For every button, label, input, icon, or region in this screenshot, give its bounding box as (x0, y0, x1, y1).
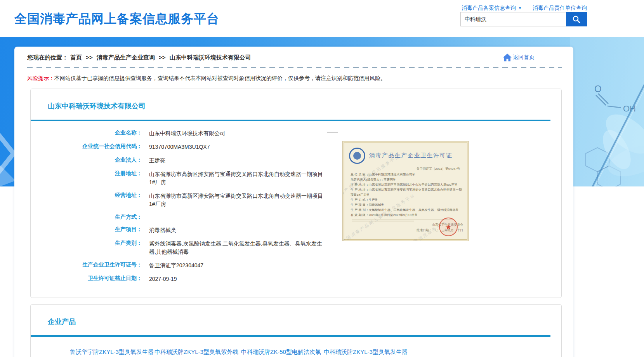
field-label: 生产项目： (31, 226, 142, 234)
field-label: 生产类别： (31, 240, 142, 256)
nav-responsible-unit-query[interactable]: 消毒产品责任单位查询 (533, 5, 587, 12)
search-button[interactable] (566, 12, 587, 26)
company-fields: 企业名称：山东中科瑞沃环境技术有限公司 企业统一社会信用代码：91370700M… (31, 121, 561, 298)
top-nav: 消毒产品备案信息查询 ▼ 消毒产品责任单位查询 (462, 5, 587, 12)
risk-notice-text: 本网站仅基于已掌握的信息提供查询服务，查询结果不代表本网站对被查询对象信用状况的… (54, 75, 386, 81)
back-home-label: 返回首页 (513, 54, 535, 61)
product-item: 中科瑞沃牌ZK-50型电解法次氯酸钠发生器 (239, 348, 323, 357)
field-value: 山东省潍坊市高新区潍安路与宝通街交叉路口东北角自动变速器一期项目1#厂房 (149, 170, 328, 186)
breadcrumb-row: 您现在的位置：首页 >> 消毒产品生产企业查询 >> 山东中科瑞沃环境技术有限公… (14, 47, 573, 61)
search-icon (572, 15, 581, 24)
field-row: 生产方式： (31, 211, 561, 223)
field-label: 生产方式： (31, 214, 142, 221)
certificate-line: 生 产 地 址：山东省潍坊市高新区潍安路与宝通街交叉路口东北角自动变速器一期项目… (351, 187, 464, 197)
field-value: 紫外线消毒器,次氯酸钠发生器,二氧化氯发生器,臭氧发生器、臭氧水发生器,其他器械… (149, 240, 328, 256)
products-card: 企业产品 鲁沃华宇牌ZKYL-3型臭氧发生器 中科瑞沃牌ZKYL-3型臭氧紫外线… (30, 304, 562, 357)
product-item: 中科瑞沃牌ZKYL-3型臭氧发生器 (323, 348, 408, 357)
field-row: 生产类别：紫外线消毒器,次氯酸钠发生器,二氧化氯发生器,臭氧发生器、臭氧水发生器… (31, 237, 561, 259)
field-value: 山东中科瑞沃环境技术有限公司 (149, 129, 225, 138)
search-bar (460, 12, 587, 26)
field-value: 2027-09-19 (149, 275, 177, 283)
field-value: 消毒器械类 (149, 226, 176, 234)
product-link[interactable]: 鲁沃华宇牌ZKYL-3型臭氧发生器 (69, 348, 154, 356)
home-icon (503, 54, 512, 61)
product-link[interactable]: 中科瑞沃牌ZKYL-3型臭氧紫外线消毒器 (154, 348, 239, 357)
certificate-line: 注 册 地 址：山东省潍坊高新区玉清东街以北中心次干道以西高新大厦902室※ (351, 182, 464, 187)
company-card-title: 山东中科瑞沃环境技术有限公司 (31, 89, 561, 111)
field-label: 生产企业卫生许可证号： (31, 261, 142, 270)
field-value: 鲁卫消证字202304047 (149, 261, 203, 270)
banner-left-decoration (0, 37, 16, 186)
certificate-body: 单 位 名 称：山东中科瑞沃环境技术有限公司※ 法定代表人(或负责人)：王建亮※… (343, 172, 469, 218)
risk-notice: 风险提示：本网站仅基于已掌握的信息提供查询服务，查询结果不代表本网站对被查询对象… (27, 75, 561, 82)
field-row: 企业名称：山东中科瑞沃环境技术有限公司 (31, 127, 561, 140)
nav-record-info-query[interactable]: 消毒产品备案信息查询 ▼ (462, 5, 522, 12)
field-row: 生产项目：消毒器械类 (31, 223, 561, 237)
nav-record-info-query-label: 消毒产品备案信息查询 (462, 5, 516, 12)
site-title: 全国消毒产品网上备案信息服务平台 (14, 10, 219, 28)
svg-text:O: O (594, 84, 602, 94)
product-link[interactable]: 中科瑞沃牌ZKYL-3型臭氧发生器 (323, 348, 408, 356)
national-emblem-icon (349, 148, 365, 164)
field-label: 企业法人： (31, 157, 142, 165)
field-row: 注册地址：山东省潍坊市高新区潍安路与宝通街交叉路口东北角自动变速器一期项目1#厂… (31, 167, 561, 189)
certificate-line: 生 产 类 别：次氯酸钠发生器、二氧化氯发生器、臭氧发生器、紫外线消毒器※ (351, 207, 464, 212)
product-item: 中科瑞沃牌ZKYL-3型臭氧紫外线消毒器 (154, 348, 239, 357)
field-value: 山东省潍坊市高新区潍安路与宝通街交叉路口东北角自动变速器一期项目1#厂房 (149, 192, 328, 208)
chemistry-graphic: O OH (570, 37, 644, 186)
product-list: 鲁沃华宇牌ZKYL-3型臭氧发生器 中科瑞沃牌ZKYL-3型臭氧紫外线消毒器 中… (31, 337, 434, 357)
certificate-number: 鲁卫消证字（2023）第04047号 (343, 167, 460, 171)
breadcrumb-prefix: 您现在的位置： (27, 54, 68, 61)
field-label: 卫生许可证截止日期： (31, 275, 142, 283)
chevron-down-icon: ▼ (518, 6, 522, 10)
field-row: 企业统一社会信用代码：91370700MA3M3U1QX7 (31, 140, 561, 154)
field-value: 王建亮 (149, 157, 165, 165)
breadcrumb: 您现在的位置：首页 >> 消毒产品生产企业查询 >> 山东中科瑞沃环境技术有限公… (27, 54, 253, 61)
products-card-title: 企业产品 (31, 305, 561, 326)
field-value: 91370700MA3M3U1QX7 (149, 143, 210, 151)
search-input[interactable] (460, 12, 566, 26)
certificate-fineprint (352, 219, 453, 219)
field-label: 企业名称： (31, 129, 142, 138)
field-row: 卫生许可证截止日期：2027-09-19 (31, 272, 561, 286)
back-home-link[interactable]: 返回首页 (503, 54, 535, 61)
seal-star-icon: ★ (444, 222, 452, 232)
breadcrumb-separator: >> (159, 54, 166, 61)
certificate-line: 生 产 项 目：消毒器械※ (351, 202, 464, 207)
field-label: 经营地址： (31, 192, 142, 208)
scan-artifact-dash (327, 132, 338, 132)
risk-notice-label: 风险提示： (27, 75, 54, 81)
field-row: 企业法人：王建亮 (31, 154, 561, 167)
field-label: 企业统一社会信用代码： (31, 143, 142, 151)
field-row: 生产企业卫生许可证号：鲁卫消证字202304047 (31, 259, 561, 272)
certificate-fineprint (352, 221, 414, 221)
hygiene-license-certificate-image: 全国消毒产品网上备案信息服务平台 全国消毒产品网上备案信息服务平台 全国消毒产品… (342, 141, 469, 241)
product-link[interactable]: 中科瑞沃牌ZK-50型电解法次氯酸钠发生器 (239, 348, 323, 357)
site-header: 全国消毒产品网上备案信息服务平台 消毒产品备案信息查询 ▼ 消毒产品责任单位查询 (0, 0, 644, 37)
field-label: 注册地址： (31, 170, 142, 186)
company-card: 山东中科瑞沃环境技术有限公司 企业名称：山东中科瑞沃环境技术有限公司 企业统一社… (30, 89, 562, 298)
dashed-divider (27, 67, 562, 68)
red-seal-icon: ★ (438, 216, 459, 237)
breadcrumb-item-home: 首页 (70, 54, 82, 61)
certificate-line: 法定代表人(或负责人)：王建亮※ (351, 177, 464, 182)
breadcrumb-item-enterprise-query: 消毒产品生产企业查询 (97, 54, 155, 61)
certificate-line: 有 效 期 限：2023年9月20日至2027年9月19日※ (351, 212, 464, 218)
field-row: 经营地址：山东省潍坊市高新区潍安路与宝通街交叉路口东北角自动变速器一期项目1#厂… (31, 189, 561, 211)
certificate-line: 单 位 名 称：山东中科瑞沃环境技术有限公司※ (351, 172, 464, 177)
breadcrumb-separator: >> (86, 54, 93, 61)
breadcrumb-item-company: 山东中科瑞沃环境技术有限公司 (170, 54, 251, 61)
certificate-line: 生 产 方 式：生产※ (351, 197, 464, 202)
certificate-header: 消毒产品生产企业卫生许可证 (349, 148, 463, 164)
certificate-title: 消毒产品生产企业卫生许可证 (369, 152, 453, 159)
content-panel: 您现在的位置：首页 >> 消毒产品生产企业查询 >> 山东中科瑞沃环境技术有限公… (14, 47, 573, 357)
product-item: 鲁沃华宇牌ZKYL-3型臭氧发生器 (69, 348, 154, 357)
